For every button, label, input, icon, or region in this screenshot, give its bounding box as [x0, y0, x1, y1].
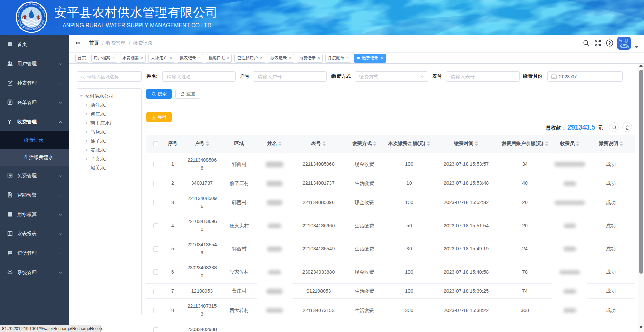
- svg-text:欠: 欠: [9, 174, 12, 178]
- svg-text:?: ?: [608, 41, 611, 46]
- svg-text:¥: ¥: [8, 118, 11, 125]
